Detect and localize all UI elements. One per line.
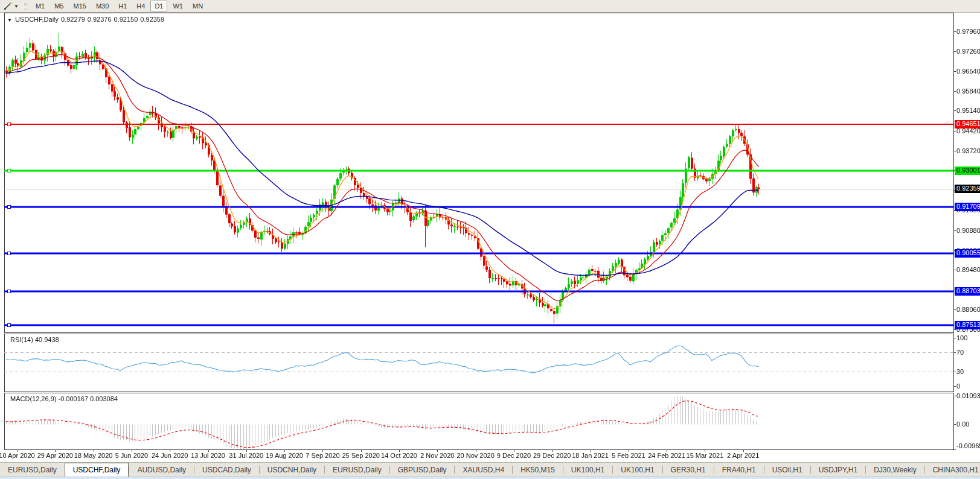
ohlc-low: 0.92150 bbox=[114, 16, 138, 23]
tab-xauusd-h4[interactable]: XAUUSD,H4 bbox=[455, 463, 512, 477]
price-chart-canvas[interactable] bbox=[0, 13, 980, 462]
ohlc-high: 0.92376 bbox=[88, 16, 112, 23]
price-tick-label: 0.95140 bbox=[956, 107, 980, 114]
tab-gbpusd-daily[interactable]: GBPUSD,Daily bbox=[390, 463, 455, 477]
date-tick-label: 2 Apr 2021 bbox=[727, 452, 759, 459]
tab-audusd-daily[interactable]: AUDUSD,Daily bbox=[129, 463, 194, 477]
toolbar-dropdown-caret[interactable]: ▼ bbox=[14, 4, 19, 9]
chart-region: ▼USDCHF,Daily0.922790.923760.921500.9235… bbox=[0, 13, 980, 462]
date-tick-label: 2 Nov 2020 bbox=[420, 452, 454, 459]
hline-price-badge: 0.90055 bbox=[955, 249, 980, 258]
date-tick-label: 31 Jul 2020 bbox=[229, 452, 263, 459]
current-price-badge: 0.92359 bbox=[955, 185, 980, 193]
tab-china300-h1[interactable]: CHINA300,H1 bbox=[925, 463, 980, 477]
tab-usdcad-daily[interactable]: USDCAD,Daily bbox=[194, 463, 259, 477]
date-tick-label: 14 Oct 2020 bbox=[381, 452, 417, 459]
hline-price-badge: 0.94651 bbox=[955, 120, 980, 128]
date-tick-label: 29 Dec 2020 bbox=[533, 452, 571, 459]
symbol-tab-bar: EURUSD,DailyUSDCHF,DailyAUDUSD,DailyUSDC… bbox=[0, 462, 980, 477]
timeframe-button-m5[interactable]: M5 bbox=[50, 1, 68, 11]
macd-tick-label: 0.00 bbox=[956, 420, 969, 428]
indicators-draw-icon[interactable] bbox=[2, 1, 13, 11]
date-tick-label: 5 Feb 2021 bbox=[612, 452, 645, 459]
date-tick-label: 10 Apr 2020 bbox=[0, 452, 35, 459]
symbol-tabs: EURUSD,DailyUSDCHF,DailyAUDUSD,DailyUSDC… bbox=[0, 463, 980, 477]
date-tick-label: 5 Jun 2020 bbox=[115, 452, 148, 459]
date-tick-label: 20 Nov 2020 bbox=[456, 452, 494, 459]
macd-label: MACD(12,26,9) -0.000167 0.003084 bbox=[10, 395, 118, 402]
timeframe-button-m1[interactable]: M1 bbox=[31, 1, 49, 11]
hline-price-badge: 0.88703 bbox=[955, 287, 980, 296]
date-tick-label: 18 Jan 2021 bbox=[572, 452, 609, 459]
timeframe-button-d1[interactable]: D1 bbox=[150, 1, 167, 11]
price-tick-label: 0.88060 bbox=[956, 306, 980, 313]
rsi-tick-label: 70 bbox=[956, 349, 964, 356]
timeframe-button-w1[interactable]: W1 bbox=[168, 1, 187, 11]
tab-fra40-h1[interactable]: FRA40,H1 bbox=[714, 463, 764, 477]
date-tick-label: 13 Jul 2020 bbox=[191, 452, 225, 459]
tab-uk100-h1[interactable]: UK100,H1 bbox=[613, 463, 662, 477]
date-tick-label: 15 Mar 2021 bbox=[687, 452, 724, 459]
date-tick-label: 9 Dec 2020 bbox=[497, 452, 531, 459]
tab-usdcnh-daily[interactable]: USDCNH,Daily bbox=[260, 463, 324, 477]
tab-usdjpy-h1[interactable]: USDJPY,H1 bbox=[811, 463, 865, 477]
ohlc-close: 0.92359 bbox=[140, 16, 164, 23]
mt4-terminal-window: ▼ M1M5M15M30H1H4D1W1MN ▼USDCHF,Daily0.92… bbox=[0, 0, 980, 479]
date-tick-label: 24 Feb 2021 bbox=[648, 452, 685, 459]
macd-tick-label: -0.009653 bbox=[956, 442, 980, 449]
status-strip bbox=[0, 477, 980, 479]
timeframe-button-mn[interactable]: MN bbox=[188, 1, 207, 11]
chart-header: ▼USDCHF,Daily0.922790.923760.921500.9235… bbox=[7, 16, 167, 23]
rsi-label: RSI(14) 40.9438 bbox=[10, 336, 59, 343]
tab-usoil-h1[interactable]: USOil,H1 bbox=[764, 463, 810, 477]
timeframe-button-h1[interactable]: H1 bbox=[114, 1, 131, 11]
tab-uk100-h1[interactable]: UK100,H1 bbox=[563, 463, 612, 477]
price-tick-label: 0.95840 bbox=[956, 87, 980, 95]
price-tick-label: 0.89480 bbox=[956, 266, 980, 273]
tab-ger30-h1[interactable]: GER30,H1 bbox=[663, 463, 714, 477]
timeframe-button-m30[interactable]: M30 bbox=[92, 1, 113, 11]
date-tick-label: 7 Sep 2020 bbox=[306, 452, 339, 459]
tab-eurusd-daily[interactable]: EURUSD,Daily bbox=[0, 463, 65, 477]
date-tick-label: 29 Apr 2020 bbox=[37, 452, 73, 459]
rsi-tick-label: 0 bbox=[956, 382, 960, 390]
chart-symbol: USDCHF,Daily bbox=[15, 16, 59, 23]
tab-hk50-m15[interactable]: HK50,M15 bbox=[513, 463, 563, 477]
date-tick-label: 18 May 2020 bbox=[74, 452, 113, 459]
hline-price-badge: 0.93001 bbox=[955, 167, 980, 175]
price-tick-label: 0.97260 bbox=[956, 48, 980, 55]
rsi-tick-label: 30 bbox=[956, 368, 964, 375]
date-tick-label: 24 Jun 2020 bbox=[152, 452, 188, 459]
price-tick-label: 0.96540 bbox=[956, 68, 980, 75]
hline-price-badge: 0.87513 bbox=[955, 321, 980, 329]
macd-tick-label: 0.010933 bbox=[956, 392, 980, 399]
price-tick-label: 0.90880 bbox=[956, 227, 980, 234]
timeframe-toolbar: ▼ M1M5M15M30H1H4D1W1MN bbox=[0, 0, 980, 13]
rsi-tick-label: 100 bbox=[956, 334, 967, 341]
price-tick-label: 0.97960 bbox=[956, 28, 980, 35]
ohlc-open: 0.92279 bbox=[61, 16, 85, 23]
timeframe-button-m15[interactable]: M15 bbox=[69, 1, 90, 11]
timeframe-buttons: M1M5M15M30H1H4D1W1MN bbox=[31, 1, 208, 11]
tab-eurusd-daily[interactable]: EURUSD,Daily bbox=[325, 463, 389, 477]
toolbar-grip-handle[interactable] bbox=[24, 2, 27, 10]
tab-dj30-weekly[interactable]: DJ30,Weekly bbox=[866, 463, 924, 477]
collapse-triangle-icon[interactable]: ▼ bbox=[7, 17, 12, 23]
timeframe-button-h4[interactable]: H4 bbox=[132, 1, 149, 11]
hline-price-badge: 0.91709 bbox=[955, 203, 980, 211]
price-tick-label: 0.93720 bbox=[956, 147, 980, 154]
tab-usdchf-daily[interactable]: USDCHF,Daily bbox=[65, 463, 129, 477]
date-tick-label: 19 Aug 2020 bbox=[266, 452, 303, 459]
date-tick-label: 25 Sep 2020 bbox=[342, 452, 379, 459]
